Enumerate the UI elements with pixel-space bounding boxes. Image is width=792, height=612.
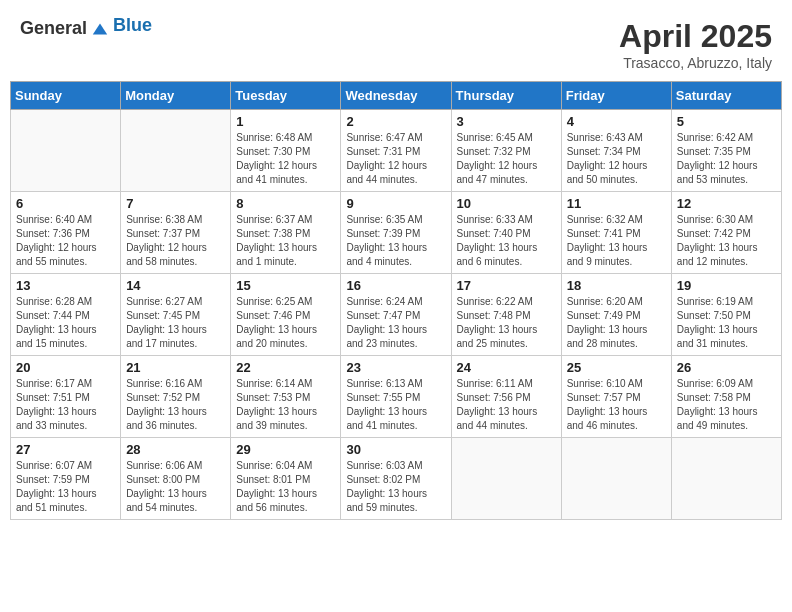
day-number: 7 xyxy=(126,196,225,211)
day-info: Sunrise: 6:03 AMSunset: 8:02 PMDaylight:… xyxy=(346,459,445,515)
day-number: 2 xyxy=(346,114,445,129)
calendar-cell: 8Sunrise: 6:37 AMSunset: 7:38 PMDaylight… xyxy=(231,192,341,274)
day-info: Sunrise: 6:07 AMSunset: 7:59 PMDaylight:… xyxy=(16,459,115,515)
day-info: Sunrise: 6:27 AMSunset: 7:45 PMDaylight:… xyxy=(126,295,225,351)
day-number: 30 xyxy=(346,442,445,457)
calendar-cell: 3Sunrise: 6:45 AMSunset: 7:32 PMDaylight… xyxy=(451,110,561,192)
day-number: 11 xyxy=(567,196,666,211)
calendar-cell: 23Sunrise: 6:13 AMSunset: 7:55 PMDayligh… xyxy=(341,356,451,438)
day-info: Sunrise: 6:37 AMSunset: 7:38 PMDaylight:… xyxy=(236,213,335,269)
day-number: 12 xyxy=(677,196,776,211)
calendar-cell: 26Sunrise: 6:09 AMSunset: 7:58 PMDayligh… xyxy=(671,356,781,438)
calendar-cell: 21Sunrise: 6:16 AMSunset: 7:52 PMDayligh… xyxy=(121,356,231,438)
day-number: 18 xyxy=(567,278,666,293)
location: Trasacco, Abruzzo, Italy xyxy=(619,55,772,71)
day-info: Sunrise: 6:33 AMSunset: 7:40 PMDaylight:… xyxy=(457,213,556,269)
day-header-thursday: Thursday xyxy=(451,82,561,110)
calendar-cell: 2Sunrise: 6:47 AMSunset: 7:31 PMDaylight… xyxy=(341,110,451,192)
day-number: 21 xyxy=(126,360,225,375)
day-header-sunday: Sunday xyxy=(11,82,121,110)
day-number: 27 xyxy=(16,442,115,457)
calendar-cell: 6Sunrise: 6:40 AMSunset: 7:36 PMDaylight… xyxy=(11,192,121,274)
calendar-cell: 14Sunrise: 6:27 AMSunset: 7:45 PMDayligh… xyxy=(121,274,231,356)
day-number: 10 xyxy=(457,196,556,211)
day-number: 19 xyxy=(677,278,776,293)
day-number: 15 xyxy=(236,278,335,293)
day-info: Sunrise: 6:38 AMSunset: 7:37 PMDaylight:… xyxy=(126,213,225,269)
day-header-tuesday: Tuesday xyxy=(231,82,341,110)
calendar-week-row: 6Sunrise: 6:40 AMSunset: 7:36 PMDaylight… xyxy=(11,192,782,274)
calendar-cell xyxy=(11,110,121,192)
calendar-cell: 17Sunrise: 6:22 AMSunset: 7:48 PMDayligh… xyxy=(451,274,561,356)
day-info: Sunrise: 6:40 AMSunset: 7:36 PMDaylight:… xyxy=(16,213,115,269)
calendar-week-row: 13Sunrise: 6:28 AMSunset: 7:44 PMDayligh… xyxy=(11,274,782,356)
day-info: Sunrise: 6:10 AMSunset: 7:57 PMDaylight:… xyxy=(567,377,666,433)
day-header-monday: Monday xyxy=(121,82,231,110)
logo: General Blue xyxy=(20,18,152,39)
calendar-cell xyxy=(561,438,671,520)
day-info: Sunrise: 6:25 AMSunset: 7:46 PMDaylight:… xyxy=(236,295,335,351)
day-header-saturday: Saturday xyxy=(671,82,781,110)
day-info: Sunrise: 6:42 AMSunset: 7:35 PMDaylight:… xyxy=(677,131,776,187)
calendar-cell: 13Sunrise: 6:28 AMSunset: 7:44 PMDayligh… xyxy=(11,274,121,356)
calendar-week-row: 20Sunrise: 6:17 AMSunset: 7:51 PMDayligh… xyxy=(11,356,782,438)
calendar-cell: 15Sunrise: 6:25 AMSunset: 7:46 PMDayligh… xyxy=(231,274,341,356)
day-info: Sunrise: 6:09 AMSunset: 7:58 PMDaylight:… xyxy=(677,377,776,433)
calendar-cell: 22Sunrise: 6:14 AMSunset: 7:53 PMDayligh… xyxy=(231,356,341,438)
day-number: 23 xyxy=(346,360,445,375)
logo-blue: Blue xyxy=(113,15,152,35)
day-number: 20 xyxy=(16,360,115,375)
calendar-cell xyxy=(121,110,231,192)
day-info: Sunrise: 6:04 AMSunset: 8:01 PMDaylight:… xyxy=(236,459,335,515)
calendar-cell: 28Sunrise: 6:06 AMSunset: 8:00 PMDayligh… xyxy=(121,438,231,520)
calendar-cell: 18Sunrise: 6:20 AMSunset: 7:49 PMDayligh… xyxy=(561,274,671,356)
day-info: Sunrise: 6:20 AMSunset: 7:49 PMDaylight:… xyxy=(567,295,666,351)
day-number: 17 xyxy=(457,278,556,293)
day-number: 16 xyxy=(346,278,445,293)
day-number: 24 xyxy=(457,360,556,375)
svg-marker-0 xyxy=(93,23,107,34)
calendar-header-row: SundayMondayTuesdayWednesdayThursdayFrid… xyxy=(11,82,782,110)
day-header-friday: Friday xyxy=(561,82,671,110)
day-info: Sunrise: 6:11 AMSunset: 7:56 PMDaylight:… xyxy=(457,377,556,433)
day-header-wednesday: Wednesday xyxy=(341,82,451,110)
day-info: Sunrise: 6:13 AMSunset: 7:55 PMDaylight:… xyxy=(346,377,445,433)
calendar-cell: 7Sunrise: 6:38 AMSunset: 7:37 PMDaylight… xyxy=(121,192,231,274)
calendar-cell: 24Sunrise: 6:11 AMSunset: 7:56 PMDayligh… xyxy=(451,356,561,438)
calendar-cell: 4Sunrise: 6:43 AMSunset: 7:34 PMDaylight… xyxy=(561,110,671,192)
day-number: 14 xyxy=(126,278,225,293)
day-number: 6 xyxy=(16,196,115,211)
day-number: 5 xyxy=(677,114,776,129)
calendar-week-row: 1Sunrise: 6:48 AMSunset: 7:30 PMDaylight… xyxy=(11,110,782,192)
day-info: Sunrise: 6:45 AMSunset: 7:32 PMDaylight:… xyxy=(457,131,556,187)
calendar-cell: 1Sunrise: 6:48 AMSunset: 7:30 PMDaylight… xyxy=(231,110,341,192)
calendar-cell: 16Sunrise: 6:24 AMSunset: 7:47 PMDayligh… xyxy=(341,274,451,356)
day-info: Sunrise: 6:35 AMSunset: 7:39 PMDaylight:… xyxy=(346,213,445,269)
calendar-table: SundayMondayTuesdayWednesdayThursdayFrid… xyxy=(10,81,782,520)
calendar-week-row: 27Sunrise: 6:07 AMSunset: 7:59 PMDayligh… xyxy=(11,438,782,520)
calendar-cell: 30Sunrise: 6:03 AMSunset: 8:02 PMDayligh… xyxy=(341,438,451,520)
calendar-cell xyxy=(451,438,561,520)
calendar-cell: 19Sunrise: 6:19 AMSunset: 7:50 PMDayligh… xyxy=(671,274,781,356)
calendar-cell: 11Sunrise: 6:32 AMSunset: 7:41 PMDayligh… xyxy=(561,192,671,274)
day-number: 22 xyxy=(236,360,335,375)
month-title: April 2025 xyxy=(619,18,772,55)
calendar-cell: 9Sunrise: 6:35 AMSunset: 7:39 PMDaylight… xyxy=(341,192,451,274)
day-number: 9 xyxy=(346,196,445,211)
page-header: General Blue April 2025 Trasacco, Abruzz… xyxy=(10,10,782,77)
day-info: Sunrise: 6:22 AMSunset: 7:48 PMDaylight:… xyxy=(457,295,556,351)
logo-general: General xyxy=(20,18,87,39)
day-info: Sunrise: 6:24 AMSunset: 7:47 PMDaylight:… xyxy=(346,295,445,351)
day-info: Sunrise: 6:30 AMSunset: 7:42 PMDaylight:… xyxy=(677,213,776,269)
calendar-cell: 27Sunrise: 6:07 AMSunset: 7:59 PMDayligh… xyxy=(11,438,121,520)
calendar-cell: 25Sunrise: 6:10 AMSunset: 7:57 PMDayligh… xyxy=(561,356,671,438)
day-info: Sunrise: 6:06 AMSunset: 8:00 PMDaylight:… xyxy=(126,459,225,515)
day-info: Sunrise: 6:48 AMSunset: 7:30 PMDaylight:… xyxy=(236,131,335,187)
day-info: Sunrise: 6:32 AMSunset: 7:41 PMDaylight:… xyxy=(567,213,666,269)
day-info: Sunrise: 6:16 AMSunset: 7:52 PMDaylight:… xyxy=(126,377,225,433)
day-number: 29 xyxy=(236,442,335,457)
day-number: 4 xyxy=(567,114,666,129)
logo-icon xyxy=(91,20,109,38)
day-info: Sunrise: 6:47 AMSunset: 7:31 PMDaylight:… xyxy=(346,131,445,187)
calendar-cell xyxy=(671,438,781,520)
